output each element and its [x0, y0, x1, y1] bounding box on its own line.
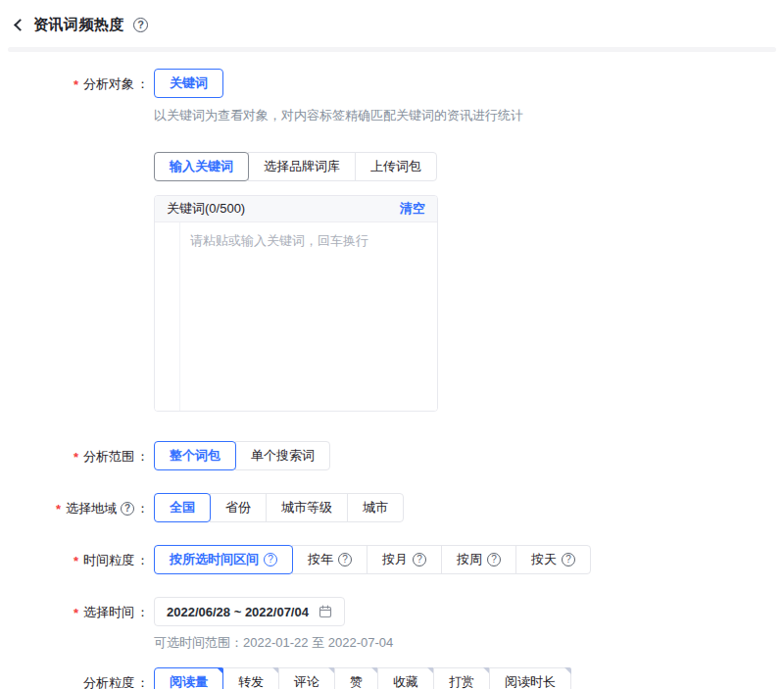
- option-by-day[interactable]: 按天: [515, 545, 591, 574]
- option-city[interactable]: 城市: [347, 493, 404, 522]
- row-analysis-metric: 分析粒度 阅读量 转发 评论: [14, 667, 784, 689]
- option-favorite[interactable]: 收藏: [377, 667, 434, 689]
- required-asterisk: [74, 77, 78, 92]
- option-selected-time-range[interactable]: 按所选时间区间: [154, 545, 293, 574]
- date-range-value: 2022/06/28 ~ 2022/07/04: [167, 605, 309, 619]
- analysis-metric-options: 阅读量 转发 评论 赞: [154, 667, 571, 689]
- option-read-duration[interactable]: 阅读时长: [489, 667, 571, 689]
- row-analysis-object: 分析对象 关键词 以关键词为查看对象，对内容标签精确匹配关键词的资讯进行统计 输…: [14, 69, 784, 412]
- analysis-object-description: 以关键词为查看对象，对内容标签精确匹配关键词的资讯进行统计: [154, 107, 523, 124]
- keyword-count-label: 关键词(0/500): [167, 200, 245, 218]
- required-asterisk: [74, 450, 78, 465]
- tab-upload-wordpack[interactable]: 上传词包: [355, 152, 437, 181]
- keyword-input-placeholder: 请粘贴或输入关键词，回车换行: [180, 222, 437, 411]
- option-city-tier[interactable]: 城市等级: [266, 493, 348, 522]
- region-label: 选择地域: [14, 493, 149, 517]
- clear-keywords-link[interactable]: 清空: [400, 200, 425, 218]
- question-circle-icon[interactable]: [413, 553, 426, 566]
- option-nationwide[interactable]: 全国: [154, 493, 211, 522]
- required-asterisk: [74, 606, 78, 620]
- option-by-week[interactable]: 按周: [441, 545, 516, 574]
- config-form: 分析对象 关键词 以关键词为查看对象，对内容标签精确匹配关键词的资讯进行统计 输…: [14, 69, 784, 689]
- row-time-granularity: 时间粒度 按所选时间区间 按年 按月: [14, 545, 784, 574]
- region-content: 全国 省份 城市等级 城市: [154, 493, 404, 522]
- calendar-icon: [318, 605, 332, 618]
- back-chevron-icon[interactable]: [14, 19, 26, 31]
- option-whole-wordpack[interactable]: 整个词包: [154, 441, 236, 470]
- header-divider: [8, 47, 776, 52]
- time-range-label: 选择时间: [14, 597, 149, 621]
- analysis-scope-label: 分析范围: [14, 441, 149, 466]
- option-read-count[interactable]: 阅读量: [154, 667, 223, 689]
- option-by-month[interactable]: 按月: [367, 545, 442, 574]
- corner-flag-icon: [217, 667, 223, 674]
- tab-input-keywords[interactable]: 输入关键词: [154, 152, 249, 181]
- keyword-box-header: 关键词(0/500) 清空: [155, 196, 437, 222]
- page-header: 资讯词频热度: [14, 16, 784, 34]
- date-range-picker[interactable]: 2022/06/28 ~ 2022/07/04: [154, 597, 345, 626]
- option-by-year[interactable]: 按年: [292, 545, 368, 574]
- question-circle-icon[interactable]: [264, 553, 277, 566]
- option-comment[interactable]: 评论: [278, 667, 335, 689]
- analysis-object-label: 分析对象: [14, 69, 149, 93]
- keyword-textarea[interactable]: 请粘贴或输入关键词，回车换行: [155, 222, 437, 411]
- analysis-metric-content: 阅读量 转发 评论 赞: [154, 667, 571, 689]
- row-region: 选择地域 全国 省份 城市等级 城市: [14, 493, 784, 522]
- question-circle-icon[interactable]: [562, 553, 575, 566]
- keyword-source-tabs: 输入关键词 选择品牌词库 上传词包: [154, 152, 523, 181]
- analysis-object-content: 关键词 以关键词为查看对象，对内容标签精确匹配关键词的资讯进行统计 输入关键词 …: [154, 69, 523, 412]
- time-granularity-label: 时间粒度: [14, 545, 149, 569]
- keyword-line-gutter: [155, 222, 180, 411]
- row-analysis-scope: 分析范围 整个词包 单个搜索词: [14, 441, 784, 470]
- option-province[interactable]: 省份: [210, 493, 267, 522]
- time-granularity-content: 按所选时间区间 按年 按月 按周: [154, 545, 591, 574]
- required-asterisk: [74, 554, 78, 568]
- analysis-metric-label: 分析粒度: [14, 667, 149, 689]
- time-range-hint: 可选时间范围：2022-01-22 至 2022-07-04: [154, 634, 393, 652]
- option-single-search-term[interactable]: 单个搜索词: [235, 441, 330, 470]
- analysis-object-options: 关键词: [154, 69, 523, 98]
- option-like[interactable]: 赞: [334, 667, 378, 689]
- tab-brand-lexicon[interactable]: 选择品牌词库: [248, 152, 356, 181]
- question-circle-icon[interactable]: [338, 553, 352, 566]
- option-repost[interactable]: 转发: [222, 667, 279, 689]
- page-title: 资讯词频热度: [33, 16, 124, 34]
- row-time-range: 选择时间 2022/06/28 ~ 2022/07/04 可选时间范围：2022…: [14, 597, 784, 652]
- region-help-icon[interactable]: [121, 502, 134, 516]
- option-keyword[interactable]: 关键词: [154, 69, 223, 98]
- keyword-box: 关键词(0/500) 清空 请粘贴或输入关键词，回车换行: [154, 195, 438, 412]
- analysis-scope-options: 整个词包 单个搜索词: [154, 441, 330, 470]
- time-granularity-options: 按所选时间区间 按年 按月 按周: [154, 545, 591, 574]
- required-asterisk: [56, 502, 61, 517]
- option-tip[interactable]: 打赏: [433, 667, 490, 689]
- corner-flag-icon: [564, 667, 571, 674]
- page-help-icon[interactable]: [133, 18, 148, 32]
- region-options: 全国 省份 城市等级 城市: [154, 493, 404, 522]
- analysis-scope-content: 整个词包 单个搜索词: [154, 441, 330, 470]
- word-frequency-config-page: 资讯词频热度 分析对象 关键词 以关键词为查看对象，对内容标签精确匹配关键词的资…: [0, 0, 784, 689]
- question-circle-icon[interactable]: [487, 553, 501, 566]
- time-range-content: 2022/06/28 ~ 2022/07/04 可选时间范围：2022-01-2…: [154, 597, 393, 652]
